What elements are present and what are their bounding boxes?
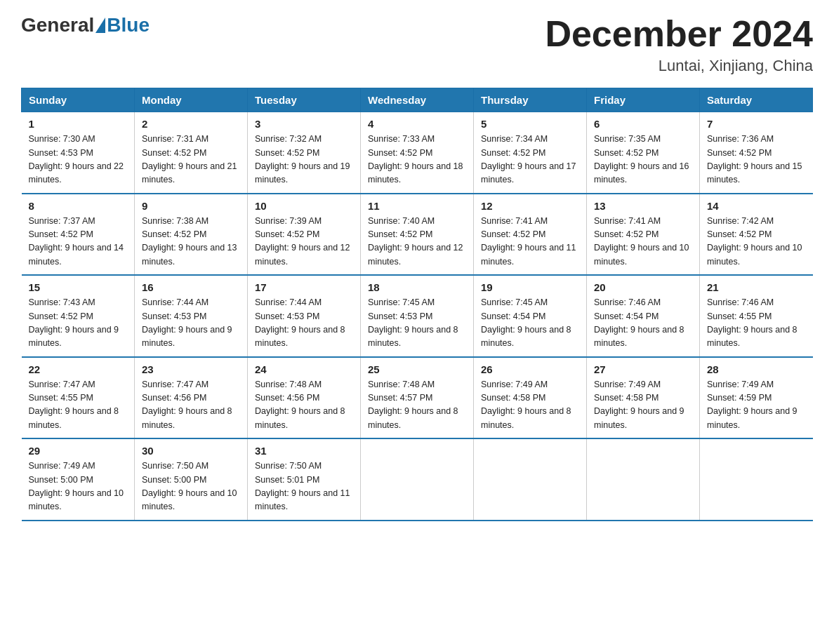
day-number: 21: [707, 281, 806, 293]
calendar-cell: 18Sunrise: 7:45 AMSunset: 4:53 PMDayligh…: [361, 275, 474, 357]
calendar-cell: 9Sunrise: 7:38 AMSunset: 4:52 PMDaylight…: [135, 194, 248, 276]
day-info: Sunrise: 7:32 AMSunset: 4:52 PMDaylight:…: [255, 133, 353, 187]
calendar-cell: 24Sunrise: 7:48 AMSunset: 4:56 PMDayligh…: [248, 357, 361, 439]
day-info: Sunrise: 7:44 AMSunset: 4:53 PMDaylight:…: [142, 296, 240, 351]
month-title: December 2024: [545, 14, 813, 54]
day-info: Sunrise: 7:49 AMSunset: 5:00 PMDaylight:…: [29, 459, 128, 514]
day-info: Sunrise: 7:37 AMSunset: 4:52 PMDaylight:…: [29, 215, 128, 269]
day-number: 16: [142, 281, 240, 293]
day-info: Sunrise: 7:46 AMSunset: 4:54 PMDaylight:…: [594, 296, 692, 351]
day-number: 27: [594, 363, 692, 375]
calendar-cell: 21Sunrise: 7:46 AMSunset: 4:55 PMDayligh…: [700, 275, 813, 357]
day-number: 20: [594, 281, 692, 293]
day-info: Sunrise: 7:30 AMSunset: 4:53 PMDaylight:…: [29, 133, 128, 187]
day-number: 18: [368, 281, 466, 293]
day-info: Sunrise: 7:48 AMSunset: 4:57 PMDaylight:…: [368, 378, 466, 433]
day-number: 5: [481, 118, 579, 130]
calendar-cell: 17Sunrise: 7:44 AMSunset: 4:53 PMDayligh…: [248, 275, 361, 357]
calendar-cell: 12Sunrise: 7:41 AMSunset: 4:52 PMDayligh…: [474, 194, 587, 276]
calendar-cell: 15Sunrise: 7:43 AMSunset: 4:52 PMDayligh…: [22, 275, 135, 357]
day-info: Sunrise: 7:50 AMSunset: 5:01 PMDaylight:…: [255, 459, 353, 514]
header-row: SundayMondayTuesdayWednesdayThursdayFrid…: [22, 88, 813, 112]
logo: General Blue: [21, 14, 150, 36]
day-number: 8: [29, 200, 128, 212]
day-info: Sunrise: 7:45 AMSunset: 4:54 PMDaylight:…: [481, 296, 579, 351]
week-row-4: 22Sunrise: 7:47 AMSunset: 4:55 PMDayligh…: [22, 357, 813, 439]
day-info: Sunrise: 7:39 AMSunset: 4:52 PMDaylight:…: [255, 215, 353, 269]
calendar-cell: 1Sunrise: 7:30 AMSunset: 4:53 PMDaylight…: [22, 112, 135, 194]
calendar-cell: 16Sunrise: 7:44 AMSunset: 4:53 PMDayligh…: [135, 275, 248, 357]
week-row-2: 8Sunrise: 7:37 AMSunset: 4:52 PMDaylight…: [22, 194, 813, 276]
day-info: Sunrise: 7:44 AMSunset: 4:53 PMDaylight:…: [255, 296, 353, 351]
calendar-cell: 10Sunrise: 7:39 AMSunset: 4:52 PMDayligh…: [248, 194, 361, 276]
calendar-cell: 29Sunrise: 7:49 AMSunset: 5:00 PMDayligh…: [22, 438, 135, 521]
calendar-cell: 26Sunrise: 7:49 AMSunset: 4:58 PMDayligh…: [474, 357, 587, 439]
day-number: 29: [29, 445, 128, 457]
day-number: 30: [142, 445, 240, 457]
calendar-cell: 4Sunrise: 7:33 AMSunset: 4:52 PMDaylight…: [361, 112, 474, 194]
day-number: 6: [594, 118, 692, 130]
day-number: 19: [481, 281, 579, 293]
day-info: Sunrise: 7:31 AMSunset: 4:52 PMDaylight:…: [142, 133, 240, 187]
calendar-cell: 27Sunrise: 7:49 AMSunset: 4:58 PMDayligh…: [587, 357, 700, 439]
day-number: 4: [368, 118, 466, 130]
day-number: 3: [255, 118, 353, 130]
calendar-cell: 8Sunrise: 7:37 AMSunset: 4:52 PMDaylight…: [22, 194, 135, 276]
day-info: Sunrise: 7:43 AMSunset: 4:52 PMDaylight:…: [29, 296, 128, 351]
day-number: 26: [481, 363, 579, 375]
calendar-cell: 20Sunrise: 7:46 AMSunset: 4:54 PMDayligh…: [587, 275, 700, 357]
day-info: Sunrise: 7:33 AMSunset: 4:52 PMDaylight:…: [368, 133, 466, 187]
calendar-cell: 30Sunrise: 7:50 AMSunset: 5:00 PMDayligh…: [135, 438, 248, 521]
day-number: 22: [29, 363, 128, 375]
calendar-cell: 6Sunrise: 7:35 AMSunset: 4:52 PMDaylight…: [587, 112, 700, 194]
week-row-3: 15Sunrise: 7:43 AMSunset: 4:52 PMDayligh…: [22, 275, 813, 357]
day-info: Sunrise: 7:38 AMSunset: 4:52 PMDaylight:…: [142, 215, 240, 269]
day-number: 9: [142, 200, 240, 212]
calendar-cell: [474, 438, 587, 521]
calendar-cell: 3Sunrise: 7:32 AMSunset: 4:52 PMDaylight…: [248, 112, 361, 194]
calendar-cell: 13Sunrise: 7:41 AMSunset: 4:52 PMDayligh…: [587, 194, 700, 276]
day-info: Sunrise: 7:40 AMSunset: 4:52 PMDaylight:…: [368, 215, 466, 269]
column-header-friday: Friday: [587, 88, 700, 112]
calendar-cell: 5Sunrise: 7:34 AMSunset: 4:52 PMDaylight…: [474, 112, 587, 194]
day-number: 12: [481, 200, 579, 212]
day-number: 14: [707, 200, 806, 212]
day-number: 2: [142, 118, 240, 130]
column-header-thursday: Thursday: [474, 88, 587, 112]
day-info: Sunrise: 7:47 AMSunset: 4:55 PMDaylight:…: [29, 378, 128, 433]
day-number: 31: [255, 445, 353, 457]
calendar-table: SundayMondayTuesdayWednesdayThursdayFrid…: [21, 88, 813, 521]
calendar-body: 1Sunrise: 7:30 AMSunset: 4:53 PMDaylight…: [22, 112, 813, 521]
calendar-cell: 19Sunrise: 7:45 AMSunset: 4:54 PMDayligh…: [474, 275, 587, 357]
day-info: Sunrise: 7:47 AMSunset: 4:56 PMDaylight:…: [142, 378, 240, 433]
calendar-cell: 31Sunrise: 7:50 AMSunset: 5:01 PMDayligh…: [248, 438, 361, 521]
calendar-cell: 11Sunrise: 7:40 AMSunset: 4:52 PMDayligh…: [361, 194, 474, 276]
day-number: 15: [29, 281, 128, 293]
column-header-tuesday: Tuesday: [248, 88, 361, 112]
calendar-cell: 23Sunrise: 7:47 AMSunset: 4:56 PMDayligh…: [135, 357, 248, 439]
day-number: 7: [707, 118, 806, 130]
calendar-header: SundayMondayTuesdayWednesdayThursdayFrid…: [22, 88, 813, 112]
day-info: Sunrise: 7:41 AMSunset: 4:52 PMDaylight:…: [481, 215, 579, 269]
week-row-1: 1Sunrise: 7:30 AMSunset: 4:53 PMDaylight…: [22, 112, 813, 194]
day-number: 23: [142, 363, 240, 375]
day-number: 1: [29, 118, 128, 130]
week-row-5: 29Sunrise: 7:49 AMSunset: 5:00 PMDayligh…: [22, 438, 813, 521]
day-info: Sunrise: 7:49 AMSunset: 4:58 PMDaylight:…: [594, 378, 692, 433]
calendar-cell: [587, 438, 700, 521]
logo-general-text: General: [21, 14, 94, 36]
page-header: General Blue December 2024 Luntai, Xinji…: [21, 14, 813, 75]
calendar-cell: 2Sunrise: 7:31 AMSunset: 4:52 PMDaylight…: [135, 112, 248, 194]
day-info: Sunrise: 7:34 AMSunset: 4:52 PMDaylight:…: [481, 133, 579, 187]
day-info: Sunrise: 7:45 AMSunset: 4:53 PMDaylight:…: [368, 296, 466, 351]
column-header-saturday: Saturday: [700, 88, 813, 112]
day-number: 13: [594, 200, 692, 212]
day-number: 28: [707, 363, 806, 375]
logo-blue-text: Blue: [107, 14, 150, 36]
day-info: Sunrise: 7:36 AMSunset: 4:52 PMDaylight:…: [707, 133, 806, 187]
calendar-cell: 7Sunrise: 7:36 AMSunset: 4:52 PMDaylight…: [700, 112, 813, 194]
calendar-cell: 25Sunrise: 7:48 AMSunset: 4:57 PMDayligh…: [361, 357, 474, 439]
calendar-cell: 22Sunrise: 7:47 AMSunset: 4:55 PMDayligh…: [22, 357, 135, 439]
day-info: Sunrise: 7:50 AMSunset: 5:00 PMDaylight:…: [142, 459, 240, 514]
day-info: Sunrise: 7:48 AMSunset: 4:56 PMDaylight:…: [255, 378, 353, 433]
